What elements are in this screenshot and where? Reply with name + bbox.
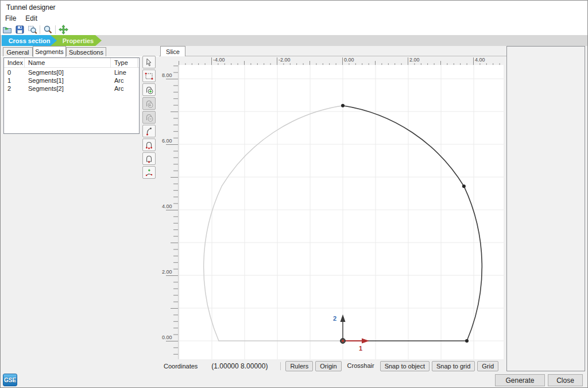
open-arch-tool-icon xyxy=(144,140,154,150)
subsections-tool-button[interactable] xyxy=(142,166,156,179)
arc-segment-tool-button[interactable] xyxy=(142,125,156,137)
toggle-origin[interactable]: Origin xyxy=(315,361,341,371)
coordinates-value: (1.00000 8.00000) xyxy=(211,362,268,370)
mode-tab-strip: Cross section Properties xyxy=(1,35,587,46)
slice-canvas-panel: Slice -4.00-2.000.002.004.00 0.002.004.0… xyxy=(159,46,506,372)
svg-text:0.00: 0.00 xyxy=(344,57,354,63)
toolbar-separator xyxy=(40,25,40,34)
delete-segment-tool-button xyxy=(142,111,156,124)
tunnel-designer-window: { "window": { "title": "Tunnel designer"… xyxy=(0,0,588,388)
toggle-rulers[interactable]: Rulers xyxy=(285,361,313,371)
toggle-grid[interactable]: Grid xyxy=(477,361,498,371)
menu-edit[interactable]: Edit xyxy=(21,14,42,23)
arc-segment-tool-icon xyxy=(144,126,154,136)
rect-selection-tool-icon xyxy=(144,71,154,81)
menu-bar: FileEdit xyxy=(1,14,587,24)
toggle-snap-to-grid[interactable]: Snap to grid xyxy=(432,361,475,371)
vertical-ruler: 0.002.004.006.008.00 xyxy=(159,65,178,359)
svg-text:6.00: 6.00 xyxy=(162,138,172,144)
select-tool-icon xyxy=(144,57,154,67)
coordinates-label: Coordinates xyxy=(164,363,198,370)
column-header-index: Index xyxy=(4,58,25,67)
subsections-tool-icon xyxy=(144,168,154,178)
subtab-general[interactable]: General xyxy=(3,47,33,56)
svg-text:-2.00: -2.00 xyxy=(278,57,291,63)
open-arch-tool-button[interactable] xyxy=(142,139,156,151)
zoom-icon[interactable] xyxy=(41,24,54,35)
svg-text:4.00: 4.00 xyxy=(162,203,172,209)
drawing-canvas[interactable]: 12 xyxy=(178,65,504,360)
svg-text:2.00: 2.00 xyxy=(409,57,420,63)
table-row[interactable]: 2Segments[2]Arc xyxy=(4,84,139,92)
zoom-extents-icon[interactable] xyxy=(26,24,38,35)
add-segment-tool-icon xyxy=(144,85,154,95)
tab-cross-section[interactable]: Cross section xyxy=(2,35,57,46)
tunnel-path xyxy=(343,106,482,341)
menu-file[interactable]: File xyxy=(1,14,21,23)
subtab-subsections[interactable]: Subsections xyxy=(66,47,106,56)
window-title: Tunnel designer xyxy=(6,3,56,11)
axis-2-label: 2 xyxy=(333,315,336,322)
column-header-name: Name xyxy=(25,58,111,67)
axis-1-label: 1 xyxy=(359,345,362,352)
table-row[interactable]: 0Segments[0]Line xyxy=(4,68,139,76)
drawing-frame: -4.00-2.000.002.004.00 0.002.004.006.008… xyxy=(159,56,506,359)
open-file-icon[interactable] xyxy=(1,24,13,35)
table-row[interactable]: 1Segments[1]Arc xyxy=(4,76,139,84)
insert-segment-tool-icon xyxy=(144,99,154,109)
toolbar-separator xyxy=(55,25,56,34)
tunnel-mirror-path xyxy=(204,106,343,341)
svg-text:8.00: 8.00 xyxy=(162,72,172,78)
left-subtabs: GeneralSegmentsSubsections xyxy=(1,46,159,56)
segment-vertex xyxy=(462,185,466,188)
tab-properties[interactable]: Properties xyxy=(50,35,102,46)
axis-1-arrow xyxy=(362,339,369,344)
drawing-tool-strip xyxy=(142,56,156,180)
closed-arch-tool-icon xyxy=(144,154,154,164)
svg-text:0.00: 0.00 xyxy=(162,335,172,340)
toggle-crosshair[interactable]: Crosshair xyxy=(345,361,377,371)
closed-arch-tool-button[interactable] xyxy=(142,152,156,165)
segments-panel: GeneralSegmentsSubsections IndexNameType… xyxy=(1,46,159,372)
tab-slice[interactable]: Slice xyxy=(160,46,185,56)
segments-table: IndexNameType 0Segments[0]Line1Segments[… xyxy=(3,57,140,134)
main-toolbar xyxy=(1,24,587,35)
segments-table-header: IndexNameType xyxy=(4,58,139,68)
column-header-type: Type xyxy=(111,58,138,67)
select-tool-button[interactable] xyxy=(142,56,156,68)
close-button[interactable]: Close xyxy=(548,374,583,386)
pan-icon[interactable] xyxy=(57,24,69,35)
gse-logo: GSE xyxy=(3,374,17,386)
save-icon[interactable] xyxy=(13,24,26,35)
subtab-segments[interactable]: Segments xyxy=(33,46,66,57)
toggle-snap-to-object[interactable]: Snap to object xyxy=(380,361,430,371)
title-bar: Tunnel designer xyxy=(1,1,587,14)
properties-side-panel xyxy=(506,46,585,371)
delete-segment-tool-icon xyxy=(144,113,154,122)
tunnel-drawing: 12 xyxy=(179,65,504,359)
canvas-status-bar: Coordinates (1.00000 8.00000) RulersOrig… xyxy=(159,359,506,372)
add-segment-tool-button[interactable] xyxy=(142,83,156,96)
horizontal-ruler: -4.00-2.000.002.004.00 xyxy=(178,56,503,65)
svg-text:-4.00: -4.00 xyxy=(213,57,225,63)
svg-text:4.00: 4.00 xyxy=(475,57,485,63)
segment-vertex xyxy=(341,104,345,107)
rect-selection-tool-button[interactable] xyxy=(142,70,156,82)
dialog-footer: GSE Generate Close xyxy=(1,372,587,387)
status-separator xyxy=(280,362,281,370)
segment-vertex xyxy=(465,339,469,343)
axis-2-arrow xyxy=(341,314,346,322)
svg-text:2.00: 2.00 xyxy=(162,269,172,275)
insert-segment-tool-button xyxy=(142,97,156,110)
generate-button[interactable]: Generate xyxy=(495,374,545,386)
